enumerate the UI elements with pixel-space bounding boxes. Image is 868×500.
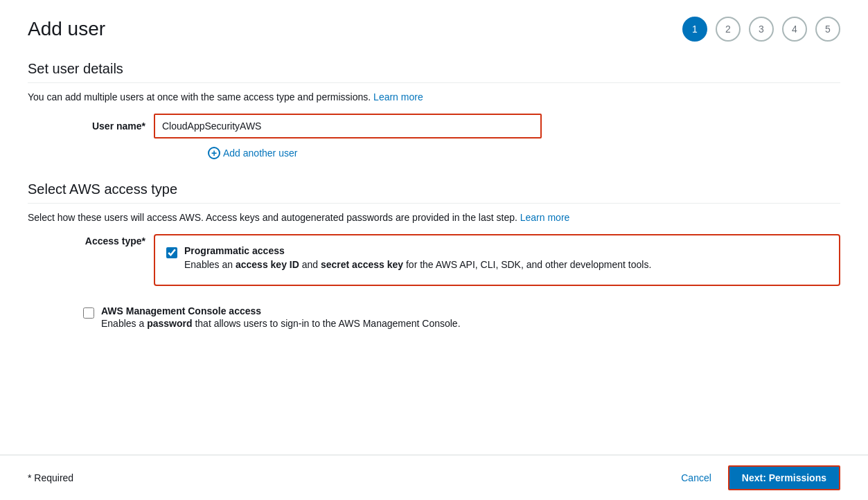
console-access-title: AWS Management Console access (101, 305, 461, 316)
programmatic-access-desc: Enables an access key ID and secret acce… (184, 258, 651, 272)
programmatic-access-option: Programmatic access Enables an access ke… (166, 245, 828, 272)
section-divider-1 (28, 82, 840, 83)
user-name-input-wrapper (154, 114, 542, 139)
programmatic-access-title: Programmatic access (184, 245, 651, 256)
add-another-user-button[interactable]: + Add another user (208, 147, 297, 159)
user-name-label: User name* (83, 120, 145, 132)
programmatic-access-box: Programmatic access Enables an access ke… (154, 234, 840, 286)
console-access-checkbox[interactable] (83, 307, 94, 319)
user-name-input[interactable] (157, 116, 539, 136)
footer: * Required Cancel Next: Permissions (0, 454, 868, 500)
add-another-row: + Add another user (28, 147, 840, 159)
select-access-type-learn-more[interactable]: Learn more (520, 212, 570, 223)
next-permissions-button[interactable]: Next: Permissions (728, 465, 840, 490)
programmatic-access-text: Programmatic access Enables an access ke… (184, 245, 651, 272)
select-access-type-section: Select AWS access type Select how these … (28, 181, 840, 329)
page-title: Add user (28, 18, 105, 40)
access-type-options: Programmatic access Enables an access ke… (154, 234, 840, 297)
console-access-option: AWS Management Console access Enables a … (28, 305, 840, 329)
page-header: Add user 1 2 3 4 5 (28, 17, 840, 42)
section-divider-2 (28, 203, 840, 204)
select-access-type-description: Select how these users will access AWS. … (28, 212, 840, 223)
cancel-button[interactable]: Cancel (673, 468, 720, 488)
access-type-label: Access type* (83, 234, 145, 247)
console-access-desc: Enables a password that allows users to … (101, 318, 461, 329)
set-user-details-learn-more[interactable]: Learn more (373, 91, 423, 102)
required-note: * Required (28, 472, 73, 483)
step-3: 3 (749, 17, 774, 42)
plus-icon: + (208, 147, 220, 159)
user-name-row: User name* (28, 114, 840, 139)
step-4: 4 (782, 17, 807, 42)
step-1: 1 (682, 17, 707, 42)
footer-actions: Cancel Next: Permissions (673, 465, 840, 490)
step-5: 5 (815, 17, 840, 42)
step-2: 2 (716, 17, 741, 42)
access-type-row: Access type* Programmatic access Enables… (28, 234, 840, 297)
set-user-details-section: Set user details You can add multiple us… (28, 61, 840, 159)
console-access-text: AWS Management Console access Enables a … (101, 305, 461, 329)
set-user-details-title: Set user details (28, 61, 840, 77)
programmatic-access-checkbox[interactable] (166, 247, 177, 258)
step-indicators: 1 2 3 4 5 (682, 17, 840, 42)
select-access-type-title: Select AWS access type (28, 181, 840, 197)
set-user-details-description: You can add multiple users at once with … (28, 91, 840, 102)
